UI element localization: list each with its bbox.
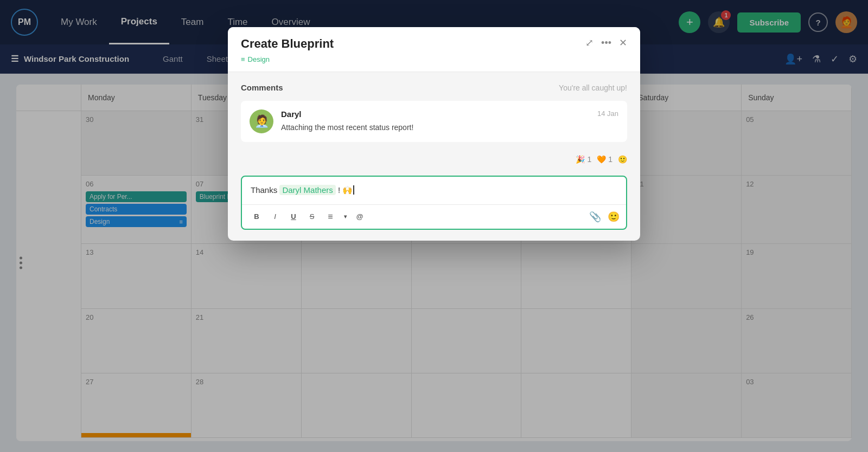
reply-editor[interactable]: Thanks Daryl Mathers ! 🙌 B I U S ≡ ▾ @ 📎… — [241, 176, 627, 230]
reactions-bar: 🎉 1 🧡 1 🙂 — [228, 153, 640, 170]
comment-meta: Daryl 14 Jan — [281, 109, 618, 119]
bold-button[interactable]: B — [248, 209, 265, 224]
reply-pre-text: Thanks — [251, 185, 277, 195]
modal-actions: ⤢ ••• ✕ — [585, 37, 627, 49]
mention-button[interactable]: @ — [352, 209, 368, 224]
emoji-picker-icon[interactable]: 🙂 — [608, 211, 620, 223]
reply-toolbar: B I U S ≡ ▾ @ 📎 🙂 — [242, 204, 626, 229]
modal-overlay: Create Blueprint ≡ Design ⤢ ••• ✕ Commen… — [0, 0, 868, 452]
task-modal: Create Blueprint ≡ Design ⤢ ••• ✕ Commen… — [228, 27, 640, 241]
expand-button[interactable]: ⤢ — [585, 37, 593, 49]
comment-item: 🧑‍💼 Daryl 14 Jan Attaching the most rece… — [241, 101, 627, 142]
reaction-count: 1 — [587, 155, 591, 164]
modal-tag: ≡ Design — [241, 55, 270, 63]
comments-label: Comments — [241, 83, 283, 92]
modal-title: Create Blueprint — [241, 37, 579, 51]
comment-author: Daryl — [281, 109, 302, 119]
text-cursor — [353, 185, 354, 195]
tag-label: Design — [248, 55, 270, 63]
tag-icon: ≡ — [241, 55, 245, 63]
comment-content: Daryl 14 Jan Attaching the most recent s… — [281, 109, 618, 133]
reaction-emoji: 🎉 — [576, 155, 585, 164]
list-dropdown[interactable]: ▾ — [341, 209, 349, 224]
reply-post-text: ! 🙌 — [338, 185, 353, 195]
reaction-heart[interactable]: 🧡 1 — [597, 155, 612, 164]
reaction-smile[interactable]: 🙂 — [618, 155, 627, 164]
modal-body: Comments You're all caught up! 🧑‍💼 Daryl… — [228, 72, 640, 241]
reaction-count: 1 — [608, 155, 612, 164]
modal-title-area: Create Blueprint ≡ Design — [241, 37, 579, 64]
reply-text-area[interactable]: Thanks Daryl Mathers ! 🙌 — [242, 177, 626, 204]
comments-header: Comments You're all caught up! — [241, 83, 627, 92]
comment-date: 14 Jan — [597, 109, 618, 119]
more-options-button[interactable]: ••• — [601, 37, 611, 49]
italic-button[interactable]: I — [267, 209, 283, 224]
attach-icon[interactable]: 📎 — [589, 211, 601, 223]
comment-avatar: 🧑‍💼 — [250, 109, 273, 133]
underline-button[interactable]: U — [285, 209, 302, 224]
comments-section: Comments You're all caught up! 🧑‍💼 Daryl… — [228, 72, 640, 153]
list-button[interactable]: ≡ — [322, 209, 339, 224]
toolbar-right-icons: 📎 🙂 — [589, 211, 620, 223]
reaction-emoji: 🙂 — [618, 155, 627, 164]
strikethrough-button[interactable]: S — [304, 209, 320, 224]
caught-up-text: You're all caught up! — [559, 83, 627, 92]
reaction-celebrate[interactable]: 🎉 1 — [576, 155, 591, 164]
modal-header: Create Blueprint ≡ Design ⤢ ••• ✕ — [228, 27, 640, 72]
reaction-emoji: 🧡 — [597, 155, 606, 164]
close-button[interactable]: ✕ — [619, 37, 627, 49]
comment-text: Attaching the most recent status report! — [281, 122, 618, 133]
mention-tag: Daryl Mathers — [279, 185, 335, 195]
